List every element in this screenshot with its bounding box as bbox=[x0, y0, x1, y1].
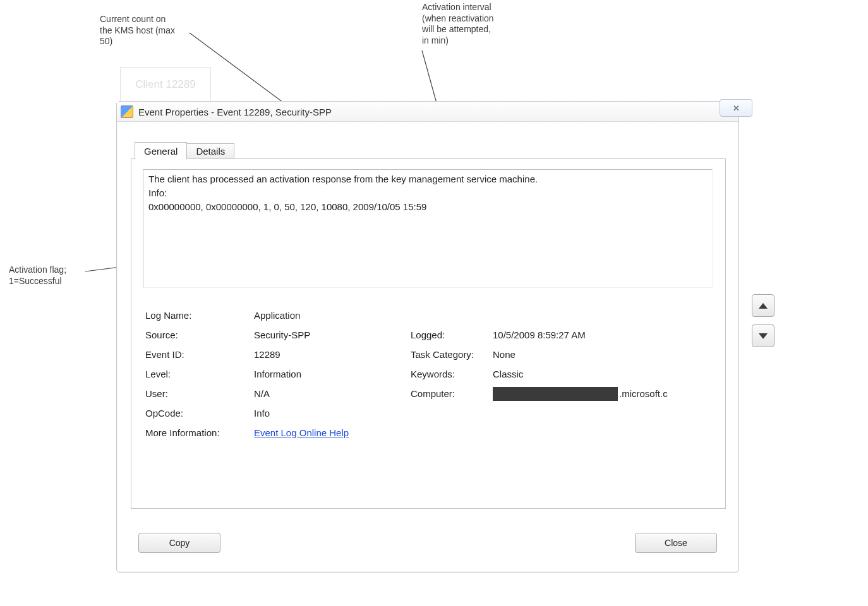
value-task-category: None bbox=[493, 349, 714, 360]
close-icon: ✕ bbox=[733, 104, 740, 113]
background-tab-label: Client 12289 bbox=[120, 67, 211, 102]
label-user: User: bbox=[145, 388, 254, 399]
previous-event-button[interactable] bbox=[752, 294, 775, 317]
arrow-down-icon bbox=[759, 333, 768, 339]
copy-button[interactable]: Copy bbox=[138, 533, 220, 553]
label-computer: Computer: bbox=[411, 388, 493, 399]
event-viewer-icon bbox=[121, 105, 133, 118]
value-user: N/A bbox=[254, 388, 411, 399]
next-event-button[interactable] bbox=[752, 324, 775, 347]
dialog-titlebar: Event Properties - Event 12289, Security… bbox=[117, 102, 738, 122]
value-level: Information bbox=[254, 369, 411, 379]
value-keywords: Classic bbox=[493, 369, 714, 379]
tab-details[interactable]: Details bbox=[186, 143, 234, 160]
event-fields-grid: Log Name: Application Source: Security-S… bbox=[145, 306, 714, 443]
event-description-line3: 0x00000000, 0x00000000, 1, 0, 50, 120, 1… bbox=[148, 200, 707, 214]
link-event-log-help[interactable]: Event Log Online Help bbox=[254, 427, 349, 438]
value-computer-redacted bbox=[493, 387, 618, 401]
value-event-id: 12289 bbox=[254, 349, 411, 360]
annotation-kms-count: Current count on the KMS host (max 50) bbox=[100, 14, 175, 47]
label-logged: Logged: bbox=[411, 330, 493, 340]
value-source: Security-SPP bbox=[254, 330, 411, 340]
close-button[interactable]: Close bbox=[635, 533, 717, 553]
label-source: Source: bbox=[145, 330, 254, 340]
label-level: Level: bbox=[145, 369, 254, 379]
value-logged: 10/5/2009 8:59:27 AM bbox=[493, 330, 714, 340]
label-event-id: Event ID: bbox=[145, 349, 254, 360]
label-opcode: OpCode: bbox=[145, 408, 254, 419]
value-computer-suffix: .microsoft.c bbox=[619, 388, 668, 399]
value-opcode: Info bbox=[254, 408, 411, 419]
window-close-button[interactable]: ✕ bbox=[720, 99, 752, 117]
arrow-up-icon bbox=[759, 303, 768, 309]
tab-strip: General Details bbox=[135, 141, 234, 159]
label-log-name: Log Name: bbox=[145, 310, 254, 321]
label-keywords: Keywords: bbox=[411, 369, 493, 379]
event-description-line2: Info: bbox=[148, 186, 707, 200]
tab-panel-general: The client has processed an activation r… bbox=[131, 158, 726, 509]
dialog-title: Event Properties - Event 12289, Security… bbox=[138, 107, 332, 117]
annotation-flag: Activation flag; 1=Successful bbox=[9, 264, 66, 287]
event-description-line1: The client has processed an activation r… bbox=[148, 172, 707, 186]
annotation-interval: Activation interval (when reactivation w… bbox=[422, 2, 494, 46]
tab-general[interactable]: General bbox=[135, 142, 187, 160]
event-properties-dialog: Event Properties - Event 12289, Security… bbox=[116, 101, 739, 573]
value-log-name: Application bbox=[254, 310, 411, 321]
event-description-box: The client has processed an activation r… bbox=[143, 169, 713, 288]
label-task-category: Task Category: bbox=[411, 349, 493, 360]
label-more-info: More Information: bbox=[145, 427, 254, 438]
